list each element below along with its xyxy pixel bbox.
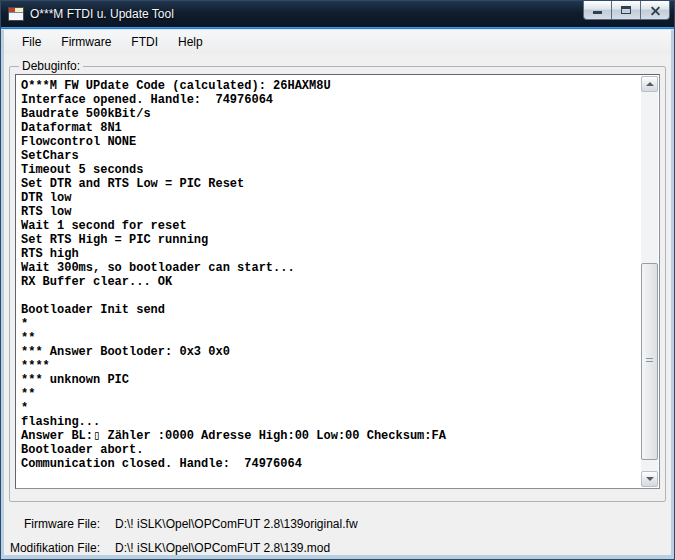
arrow-up-icon bbox=[646, 82, 654, 86]
titlebar[interactable]: O***M FTDI u. Update Tool bbox=[1, 1, 674, 27]
log-line: RX Buffer clear... OK bbox=[21, 275, 640, 289]
log-line: O***M FW UPdate Code (calculated): 26HAX… bbox=[21, 79, 640, 93]
scrollbar-grip-icon bbox=[646, 358, 653, 364]
app-icon bbox=[8, 7, 24, 21]
app-window: O***M FTDI u. Update Tool FileFirmwareFT… bbox=[0, 0, 675, 560]
log-line: flashing... bbox=[21, 415, 640, 429]
modification-file-label: Modifikation File: bbox=[4, 541, 100, 555]
menu-item-help[interactable]: Help bbox=[170, 31, 211, 53]
menu-item-file[interactable]: File bbox=[14, 31, 49, 53]
log-line: SetChars bbox=[21, 149, 640, 163]
log-line: * bbox=[21, 317, 640, 331]
log-line: ** bbox=[21, 331, 640, 345]
log-line: RTS high bbox=[21, 247, 640, 261]
log-line: Wait 300ms, so bootloader can start... bbox=[21, 261, 640, 275]
log-line: Flowcontrol NONE bbox=[21, 135, 640, 149]
minimize-button[interactable] bbox=[583, 1, 612, 20]
app-icon-body bbox=[9, 12, 23, 20]
debuginfo-label: Debuginfo: bbox=[19, 59, 83, 73]
log-line: Bootloader abort. bbox=[21, 443, 640, 457]
debuginfo-groupbox: Debuginfo: O***M FW UPdate Code (calcula… bbox=[9, 66, 666, 502]
log-line bbox=[21, 289, 640, 303]
scrollbar-thumb[interactable] bbox=[641, 263, 658, 460]
vertical-scrollbar[interactable] bbox=[641, 76, 658, 487]
firmware-file-label: Firmware File: bbox=[4, 517, 100, 531]
log-line: Set DTR and RTS Low = PIC Reset bbox=[21, 177, 640, 191]
menubar: FileFirmwareFTDIHelp bbox=[4, 30, 671, 54]
log-line: Wait 1 second for reset bbox=[21, 219, 640, 233]
log-line: RTS low bbox=[21, 205, 640, 219]
scroll-up-button[interactable] bbox=[641, 76, 658, 92]
log-line: *** unknown PIC bbox=[21, 373, 640, 387]
debug-textbox[interactable]: O***M FW UPdate Code (calculated): 26HAX… bbox=[15, 74, 660, 489]
firmware-file-row: Firmware File: D:\! iSLK\Opel\OPComFUT 2… bbox=[4, 512, 671, 536]
log-line: Baudrate 500kBit/s bbox=[21, 107, 640, 121]
log-line: Answer BL:▯ Zähler :0000 Adresse High:00… bbox=[21, 429, 640, 443]
log-line: Dataformat 8N1 bbox=[21, 121, 640, 135]
maximize-button[interactable] bbox=[612, 1, 641, 20]
firmware-file-value: D:\! iSLK\Opel\OPComFUT 2.8\139original.… bbox=[115, 517, 358, 531]
log-line: Communication closed. Handle: 74976064 bbox=[21, 457, 640, 471]
arrow-down-icon bbox=[646, 477, 654, 481]
log-line: ** bbox=[21, 387, 640, 401]
scroll-down-button[interactable] bbox=[641, 471, 658, 487]
log-line: DTR low bbox=[21, 191, 640, 205]
log-line: Set RTS High = PIC running bbox=[21, 233, 640, 247]
window-title: O***M FTDI u. Update Tool bbox=[30, 7, 174, 21]
log-line: Interface opened. Handle: 74976064 bbox=[21, 93, 640, 107]
debug-log: O***M FW UPdate Code (calculated): 26HAX… bbox=[17, 76, 640, 487]
log-line: *** Answer Bootloder: 0x3 0x0 bbox=[21, 345, 640, 359]
maximize-icon bbox=[621, 6, 631, 14]
log-line: Bootloader Init send bbox=[21, 303, 640, 317]
modification-file-value: D:\! iSLK\Opel\OPComFUT 2.8\139.mod bbox=[115, 541, 330, 555]
log-line: **** bbox=[21, 359, 640, 373]
scrollbar-track[interactable] bbox=[641, 92, 658, 471]
menu-item-ftdi[interactable]: FTDI bbox=[123, 31, 166, 53]
client-area: Debuginfo: O***M FW UPdate Code (calcula… bbox=[4, 54, 671, 555]
log-line: Timeout 5 seconds bbox=[21, 163, 640, 177]
log-line: * bbox=[21, 401, 640, 415]
close-icon bbox=[650, 5, 661, 16]
window-controls bbox=[583, 1, 670, 20]
minimize-icon bbox=[593, 11, 602, 14]
close-button[interactable] bbox=[641, 1, 670, 20]
menu-item-firmware[interactable]: Firmware bbox=[53, 31, 119, 53]
modification-file-row: Modifikation File: D:\! iSLK\Opel\OPComF… bbox=[4, 536, 671, 560]
footer: Firmware File: D:\! iSLK\Opel\OPComFUT 2… bbox=[4, 512, 671, 560]
